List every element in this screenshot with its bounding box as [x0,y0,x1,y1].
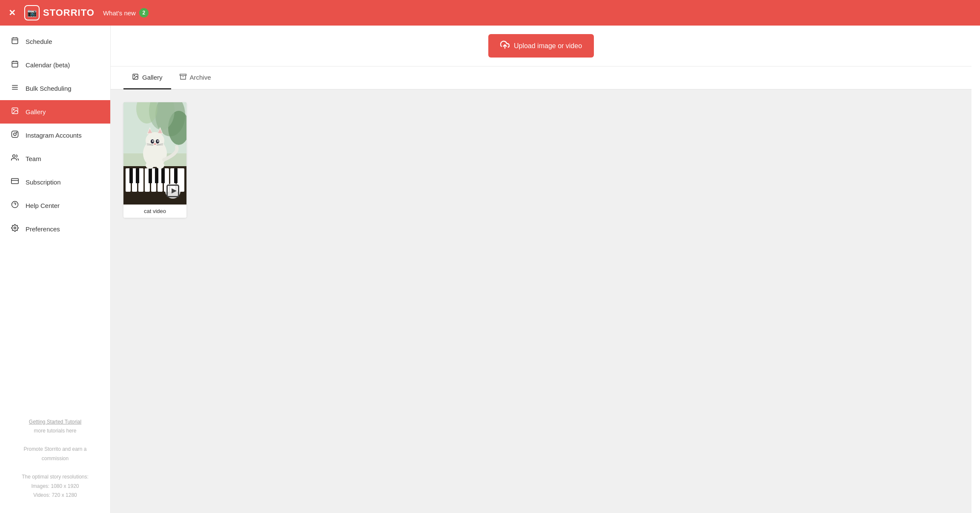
svg-rect-4 [12,61,18,67]
svg-point-15 [16,132,17,133]
sidebar-item-subscription[interactable]: Subscription [0,170,110,194]
sidebar-item-label-preferences: Preferences [26,225,60,233]
archive-tab-icon [180,73,186,81]
sidebar-item-label-schedule: Schedule [26,38,52,45]
tab-gallery[interactable]: Gallery [123,66,171,89]
whats-new-button[interactable]: What's new 2 [103,8,149,17]
tab-archive[interactable]: Archive [171,66,220,89]
sidebar-item-calendar[interactable]: Calendar (beta) [0,53,110,77]
media-card[interactable]: cat video [123,102,186,218]
sidebar-item-schedule[interactable]: Schedule [0,30,110,53]
svg-point-16 [13,155,15,157]
schedule-icon [10,37,20,46]
app-header: ✕ 📷 STORRITO What's new 2 [0,0,980,26]
resolution-images: Images: 1080 x 1920 [10,482,100,491]
team-icon [10,154,20,164]
tabs-bar: Gallery Archive [111,66,971,89]
calendar-icon [10,60,20,70]
svg-marker-67 [172,188,177,193]
instagram-accounts-icon [10,130,20,140]
sidebar: Schedule Calendar (beta) Bulk Scheduling… [0,26,111,513]
sidebar-item-help-center[interactable]: Help Center [0,194,110,217]
svg-rect-43 [129,168,133,183]
gallery-content: cat video [111,89,971,513]
sidebar-item-label-subscription: Subscription [26,179,61,186]
media-thumbnail [123,102,186,205]
close-button[interactable]: ✕ [9,8,16,18]
resolution-title: The optimal story resolutions: [10,473,100,482]
main-content: Upload image or video Gallery Archive [111,26,971,513]
svg-point-64 [146,162,154,169]
right-panel [971,26,980,513]
gallery-icon [10,107,20,117]
subscription-icon [10,177,20,187]
upload-bar: Upload image or video [111,26,971,66]
svg-point-65 [156,162,164,169]
media-caption: cat video [123,205,186,218]
promote-text: Promote Storrito and earn a commission [10,445,100,463]
svg-rect-17 [11,179,19,184]
gallery-tab-label: Gallery [142,74,163,81]
more-tutorials-text: more tutorials here [10,427,100,436]
svg-point-59 [154,143,156,145]
whats-new-badge: 2 [139,8,149,17]
svg-point-57 [152,140,154,142]
sidebar-item-label-bulk-scheduling: Bulk Scheduling [26,85,72,92]
whats-new-label: What's new [103,9,136,17]
sidebar-item-label-gallery: Gallery [26,108,46,115]
svg-rect-0 [12,38,18,44]
svg-point-50 [146,132,164,149]
preferences-icon [10,224,20,234]
gallery-tab-icon [132,73,139,81]
svg-point-58 [158,140,159,142]
svg-rect-46 [155,168,158,183]
sidebar-item-gallery[interactable]: Gallery [0,100,110,124]
sidebar-item-label-calendar: Calendar (beta) [26,61,70,69]
getting-started-tutorial-link[interactable]: Getting Started Tutorial [29,419,81,425]
logo-icon: 📷 [24,5,40,20]
sidebar-item-label-instagram-accounts: Instagram Accounts [26,132,82,139]
app-logo: 📷 STORRITO [24,5,95,20]
sidebar-item-label-team: Team [26,155,41,162]
bulk-scheduling-icon [10,84,20,93]
upload-button-label: Upload image or video [514,42,582,50]
sidebar-item-bulk-scheduling[interactable]: Bulk Scheduling [0,77,110,100]
upload-button[interactable]: Upload image or video [488,34,594,58]
video-play-icon [165,183,181,199]
archive-tab-label: Archive [190,74,211,81]
svg-rect-48 [174,168,178,183]
svg-rect-45 [149,168,152,183]
svg-point-14 [14,133,16,135]
upload-icon [500,40,510,52]
svg-rect-13 [12,131,18,138]
help-center-icon [10,201,20,210]
resolution-videos: Videos: 720 x 1280 [10,491,100,500]
svg-rect-47 [161,168,165,183]
gallery-grid: cat video [123,102,959,218]
svg-rect-44 [136,168,139,183]
logo-text: STORRITO [43,7,95,18]
sidebar-item-label-help-center: Help Center [26,202,60,209]
sidebar-item-preferences[interactable]: Preferences [0,217,110,241]
svg-point-21 [14,227,16,229]
sidebar-item-team[interactable]: Team [0,147,110,170]
sidebar-item-instagram-accounts[interactable]: Instagram Accounts [0,124,110,147]
svg-rect-25 [180,74,186,75]
sidebar-footer: Getting Started Tutorial more tutorials … [0,409,110,509]
svg-point-12 [13,109,14,110]
svg-point-24 [134,75,135,76]
app-body: Schedule Calendar (beta) Bulk Scheduling… [0,26,980,513]
